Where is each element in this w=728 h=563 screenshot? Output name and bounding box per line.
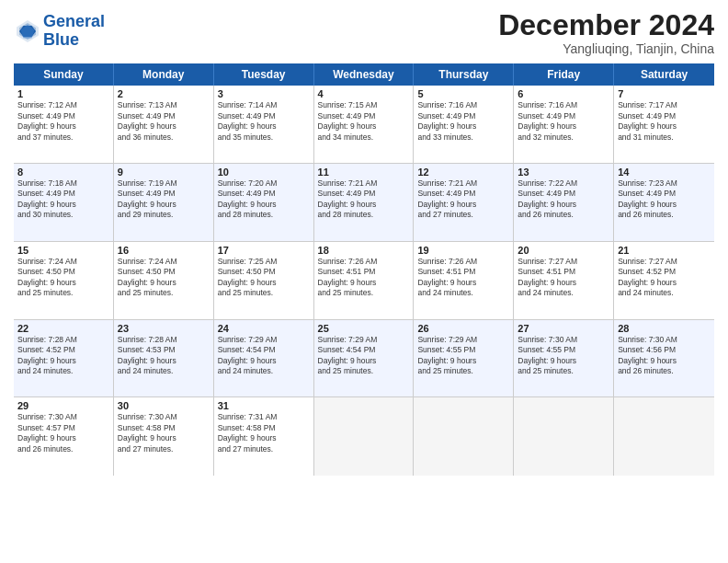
cell-info: Sunrise: 7:21 AM Sunset: 4:49 PM Dayligh… — [417, 178, 509, 221]
day-number: 17 — [218, 245, 310, 256]
calendar-week: 29Sunrise: 7:30 AM Sunset: 4:57 PM Dayli… — [14, 397, 714, 476]
calendar-cell: 13Sunrise: 7:22 AM Sunset: 4:49 PM Dayli… — [514, 164, 614, 241]
cell-info: Sunrise: 7:27 AM Sunset: 4:52 PM Dayligh… — [618, 257, 711, 299]
calendar-cell: 30Sunrise: 7:30 AM Sunset: 4:58 PM Dayli… — [114, 397, 214, 476]
calendar-cell — [514, 397, 614, 476]
logo-icon — [14, 17, 41, 45]
day-number: 11 — [318, 167, 410, 178]
calendar-cell: 10Sunrise: 7:20 AM Sunset: 4:49 PM Dayli… — [214, 164, 314, 241]
calendar-header: SundayMondayTuesdayWednesdayThursdayFrid… — [14, 63, 714, 86]
cell-info: Sunrise: 7:29 AM Sunset: 4:54 PM Dayligh… — [318, 335, 410, 377]
weekday-header: Thursday — [414, 63, 514, 86]
day-number: 29 — [17, 400, 109, 411]
cell-info: Sunrise: 7:15 AM Sunset: 4:49 PM Dayligh… — [318, 100, 410, 143]
calendar-cell: 23Sunrise: 7:28 AM Sunset: 4:53 PM Dayli… — [114, 320, 214, 397]
calendar-cell: 22Sunrise: 7:28 AM Sunset: 4:52 PM Dayli… — [14, 320, 114, 397]
cell-info: Sunrise: 7:27 AM Sunset: 4:51 PM Dayligh… — [518, 257, 609, 299]
calendar-cell: 6Sunrise: 7:16 AM Sunset: 4:49 PM Daylig… — [514, 86, 614, 163]
calendar-cell: 17Sunrise: 7:25 AM Sunset: 4:50 PM Dayli… — [214, 242, 314, 319]
day-number: 1 — [17, 88, 109, 99]
calendar-cell: 14Sunrise: 7:23 AM Sunset: 4:49 PM Dayli… — [614, 164, 714, 241]
calendar-week: 8Sunrise: 7:18 AM Sunset: 4:49 PM Daylig… — [14, 164, 714, 242]
weekday-header: Wednesday — [314, 63, 415, 86]
cell-info: Sunrise: 7:17 AM Sunset: 4:49 PM Dayligh… — [618, 100, 711, 143]
calendar-cell: 2Sunrise: 7:13 AM Sunset: 4:49 PM Daylig… — [114, 86, 214, 163]
cell-info: Sunrise: 7:28 AM Sunset: 4:53 PM Dayligh… — [118, 335, 210, 377]
calendar-cell: 11Sunrise: 7:21 AM Sunset: 4:49 PM Dayli… — [314, 164, 415, 241]
calendar-cell: 26Sunrise: 7:29 AM Sunset: 4:55 PM Dayli… — [414, 320, 514, 397]
calendar-cell: 28Sunrise: 7:30 AM Sunset: 4:56 PM Dayli… — [614, 320, 714, 397]
header: General Blue December 2024 Yangliuqing, … — [14, 9, 714, 56]
day-number: 22 — [17, 323, 109, 334]
day-number: 18 — [318, 245, 410, 256]
calendar-cell — [314, 397, 415, 476]
cell-info: Sunrise: 7:18 AM Sunset: 4:49 PM Dayligh… — [17, 178, 109, 221]
calendar-cell: 12Sunrise: 7:21 AM Sunset: 4:49 PM Dayli… — [414, 164, 514, 241]
cell-info: Sunrise: 7:23 AM Sunset: 4:49 PM Dayligh… — [618, 178, 711, 221]
calendar-week: 15Sunrise: 7:24 AM Sunset: 4:50 PM Dayli… — [14, 242, 714, 320]
calendar-cell: 9Sunrise: 7:19 AM Sunset: 4:49 PM Daylig… — [114, 164, 214, 241]
cell-info: Sunrise: 7:19 AM Sunset: 4:49 PM Dayligh… — [118, 178, 210, 221]
day-number: 10 — [218, 167, 310, 178]
weekday-header: Sunday — [14, 63, 114, 86]
title-block: December 2024 Yangliuqing, Tianjin, Chin… — [498, 9, 714, 56]
day-number: 5 — [417, 88, 509, 99]
calendar-cell: 3Sunrise: 7:14 AM Sunset: 4:49 PM Daylig… — [214, 86, 314, 163]
cell-info: Sunrise: 7:30 AM Sunset: 4:57 PM Dayligh… — [17, 412, 109, 454]
cell-info: Sunrise: 7:26 AM Sunset: 4:51 PM Dayligh… — [417, 257, 509, 299]
day-number: 6 — [518, 88, 609, 99]
cell-info: Sunrise: 7:31 AM Sunset: 4:58 PM Dayligh… — [218, 412, 310, 454]
calendar-cell: 4Sunrise: 7:15 AM Sunset: 4:49 PM Daylig… — [314, 86, 415, 163]
logo-text: General Blue — [43, 13, 105, 50]
day-number: 8 — [17, 167, 109, 178]
day-number: 24 — [218, 323, 310, 334]
cell-info: Sunrise: 7:20 AM Sunset: 4:49 PM Dayligh… — [218, 178, 310, 221]
calendar-week: 22Sunrise: 7:28 AM Sunset: 4:52 PM Dayli… — [14, 320, 714, 398]
cell-info: Sunrise: 7:12 AM Sunset: 4:49 PM Dayligh… — [17, 100, 109, 143]
day-number: 19 — [417, 245, 509, 256]
day-number: 12 — [417, 167, 509, 178]
day-number: 14 — [618, 167, 711, 178]
calendar-cell: 15Sunrise: 7:24 AM Sunset: 4:50 PM Dayli… — [14, 242, 114, 319]
cell-info: Sunrise: 7:13 AM Sunset: 4:49 PM Dayligh… — [118, 100, 210, 143]
cell-info: Sunrise: 7:22 AM Sunset: 4:49 PM Dayligh… — [518, 178, 609, 221]
day-number: 9 — [118, 167, 210, 178]
logo: General Blue — [14, 13, 105, 50]
cell-info: Sunrise: 7:16 AM Sunset: 4:49 PM Dayligh… — [417, 100, 509, 143]
day-number: 21 — [618, 245, 711, 256]
calendar-cell: 5Sunrise: 7:16 AM Sunset: 4:49 PM Daylig… — [414, 86, 514, 163]
cell-info: Sunrise: 7:21 AM Sunset: 4:49 PM Dayligh… — [318, 178, 410, 221]
calendar-week: 1Sunrise: 7:12 AM Sunset: 4:49 PM Daylig… — [14, 86, 714, 164]
cell-info: Sunrise: 7:29 AM Sunset: 4:55 PM Dayligh… — [417, 335, 509, 377]
day-number: 25 — [318, 323, 410, 334]
day-number: 4 — [318, 88, 410, 99]
calendar-cell: 31Sunrise: 7:31 AM Sunset: 4:58 PM Dayli… — [214, 397, 314, 476]
day-number: 31 — [218, 400, 310, 411]
calendar-cell: 25Sunrise: 7:29 AM Sunset: 4:54 PM Dayli… — [314, 320, 415, 397]
day-number: 28 — [618, 323, 711, 334]
cell-info: Sunrise: 7:24 AM Sunset: 4:50 PM Dayligh… — [17, 257, 109, 299]
calendar: SundayMondayTuesdayWednesdayThursdayFrid… — [14, 63, 714, 554]
calendar-cell: 19Sunrise: 7:26 AM Sunset: 4:51 PM Dayli… — [414, 242, 514, 319]
weekday-header: Tuesday — [214, 63, 314, 86]
weekday-header: Saturday — [614, 63, 714, 86]
cell-info: Sunrise: 7:26 AM Sunset: 4:51 PM Dayligh… — [318, 257, 410, 299]
day-number: 27 — [518, 323, 609, 334]
page: General Blue December 2024 Yangliuqing, … — [0, 0, 728, 563]
cell-info: Sunrise: 7:25 AM Sunset: 4:50 PM Dayligh… — [218, 257, 310, 299]
day-number: 15 — [17, 245, 109, 256]
weekday-header: Monday — [114, 63, 214, 86]
calendar-cell: 27Sunrise: 7:30 AM Sunset: 4:55 PM Dayli… — [514, 320, 614, 397]
cell-info: Sunrise: 7:30 AM Sunset: 4:55 PM Dayligh… — [518, 335, 609, 377]
calendar-cell: 8Sunrise: 7:18 AM Sunset: 4:49 PM Daylig… — [14, 164, 114, 241]
day-number: 7 — [618, 88, 711, 99]
calendar-cell: 7Sunrise: 7:17 AM Sunset: 4:49 PM Daylig… — [614, 86, 714, 163]
day-number: 26 — [417, 323, 509, 334]
location: Yangliuqing, Tianjin, China — [498, 41, 714, 56]
month-title: December 2024 — [498, 9, 714, 41]
day-number: 23 — [118, 323, 210, 334]
calendar-cell: 20Sunrise: 7:27 AM Sunset: 4:51 PM Dayli… — [514, 242, 614, 319]
day-number: 2 — [118, 88, 210, 99]
calendar-cell: 21Sunrise: 7:27 AM Sunset: 4:52 PM Dayli… — [614, 242, 714, 319]
calendar-cell: 18Sunrise: 7:26 AM Sunset: 4:51 PM Dayli… — [314, 242, 415, 319]
